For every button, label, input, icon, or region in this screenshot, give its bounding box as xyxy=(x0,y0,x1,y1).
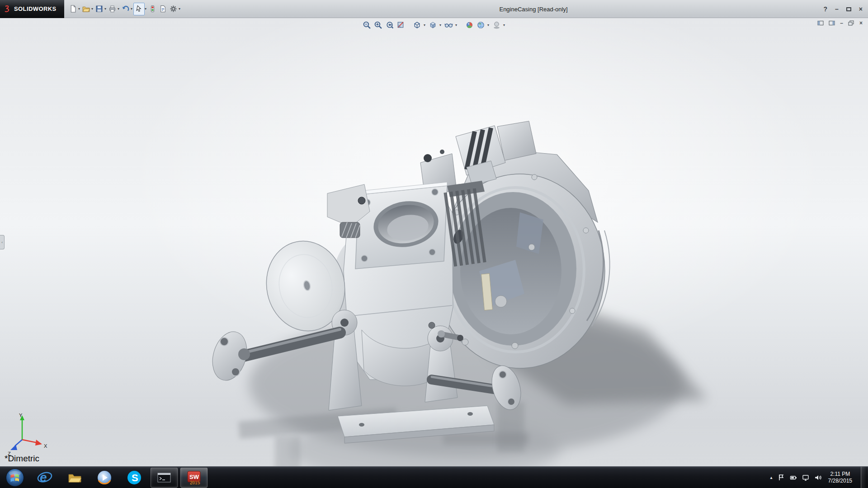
volume-icon[interactable] xyxy=(814,474,821,481)
taskbar-internet-explorer[interactable]: e xyxy=(31,468,58,488)
open-button[interactable] xyxy=(81,3,91,15)
new-document-button[interactable] xyxy=(68,3,78,15)
heads-up-toolbar: ▾ ▾ ▾ xyxy=(0,18,868,32)
print-dropdown-arrow[interactable]: ▾ xyxy=(118,7,119,11)
view-orientation-cube-icon xyxy=(413,21,421,29)
undo-dropdown-arrow[interactable]: ▾ xyxy=(131,7,132,11)
taskbar-windows-explorer[interactable] xyxy=(61,468,88,488)
apply-scene-globe-icon xyxy=(476,21,485,29)
network-icon[interactable] xyxy=(802,474,809,481)
action-center-flag-icon[interactable] xyxy=(778,474,785,481)
view-orientation-dropdown-arrow[interactable]: ▾ xyxy=(424,23,425,27)
doc-minimize-button[interactable]: – xyxy=(840,20,843,26)
options-gear-icon xyxy=(170,5,177,13)
display-style-cube-icon xyxy=(429,21,437,29)
solidworks-brand: SOLIDWORKS xyxy=(0,0,64,18)
doc-close-button[interactable]: × xyxy=(859,20,863,26)
section-view-button[interactable] xyxy=(396,20,406,30)
window-controls: ? – × xyxy=(823,0,863,18)
reference-triad: Y X Z xyxy=(7,412,57,457)
taskbar-command-window[interactable] xyxy=(151,468,178,488)
print-button[interactable] xyxy=(107,3,118,15)
open-dropdown-arrow[interactable]: ▾ xyxy=(91,7,93,11)
skype-icon: S xyxy=(126,469,142,486)
internet-explorer-icon: e xyxy=(37,469,53,486)
engine-casing-model xyxy=(0,18,868,466)
cylinder-plate xyxy=(355,182,447,269)
hide-show-items-button[interactable] xyxy=(444,20,453,30)
select-dropdown-arrow[interactable]: ▾ xyxy=(145,7,146,11)
display-style-button[interactable] xyxy=(428,20,438,30)
display-style-dropdown-arrow[interactable]: ▾ xyxy=(439,23,441,27)
triad-x-label: X xyxy=(44,443,47,449)
section-view-icon xyxy=(396,21,405,29)
document-window-controls: – × xyxy=(817,20,863,26)
hide-show-dropdown-arrow[interactable]: ▾ xyxy=(455,23,457,27)
taskbar-media-player[interactable] xyxy=(91,468,118,488)
view-settings-shadow-icon xyxy=(492,21,501,29)
save-dropdown-arrow[interactable]: ▾ xyxy=(104,7,106,11)
zoom-to-fit-icon xyxy=(363,21,371,29)
open-folder-icon xyxy=(82,5,90,13)
file-properties-icon xyxy=(159,5,167,13)
feature-manager-collapsed-tab[interactable]: ‹ xyxy=(0,235,5,249)
taskbar-solidworks-2015[interactable]: SW 2015 xyxy=(180,468,208,488)
undo-button[interactable] xyxy=(120,3,131,15)
previous-view-icon xyxy=(385,21,394,29)
save-button[interactable] xyxy=(94,3,104,15)
media-player-icon xyxy=(96,469,113,486)
view-settings-dropdown-arrow[interactable]: ▾ xyxy=(503,23,505,27)
rebuild-button[interactable] xyxy=(147,3,158,15)
previous-view-button[interactable] xyxy=(385,20,394,30)
zoom-to-fit-button[interactable] xyxy=(362,20,372,30)
rebuild-icon xyxy=(149,5,156,13)
options-button[interactable] xyxy=(168,3,179,15)
hide-show-glasses-icon xyxy=(444,21,453,29)
options-dropdown-arrow[interactable]: ▾ xyxy=(179,7,180,11)
edit-appearance-ball-icon xyxy=(465,21,474,29)
power-icon[interactable] xyxy=(790,474,797,481)
clock-date: 7/28/2015 xyxy=(828,478,852,484)
zoom-to-area-icon xyxy=(374,21,382,29)
apply-scene-dropdown-arrow[interactable]: ▾ xyxy=(487,23,489,27)
view-orientation-button[interactable] xyxy=(412,20,422,30)
view-orientation-label: *Dimetric xyxy=(5,454,39,464)
save-icon xyxy=(95,5,103,13)
apply-scene-button[interactable] xyxy=(476,20,486,30)
svg-text:S: S xyxy=(132,472,138,483)
edit-appearance-button[interactable] xyxy=(465,20,474,30)
system-tray: ▴ 2:11 PM xyxy=(770,467,868,488)
windows-orb-icon xyxy=(5,468,25,488)
svg-text:2015: 2015 xyxy=(190,480,200,485)
zoom-to-area-button[interactable] xyxy=(373,20,383,30)
solidworks-logo-icon xyxy=(4,5,12,13)
select-cursor-icon xyxy=(135,5,143,13)
clock-time: 2:11 PM xyxy=(828,471,852,478)
graphics-viewport[interactable]: Y X Z *Dimetric ‹ xyxy=(0,18,868,466)
close-button[interactable]: × xyxy=(859,5,863,13)
show-desktop-button[interactable] xyxy=(861,467,867,488)
doc-restore-button[interactable] xyxy=(848,20,854,26)
view-settings-button[interactable] xyxy=(492,20,501,30)
taskbar: e S xyxy=(0,466,868,488)
command-window-icon xyxy=(157,472,171,483)
brand-text: SOLIDWORKS xyxy=(14,5,57,12)
print-icon xyxy=(108,5,116,13)
pane-right-icon[interactable] xyxy=(829,20,835,26)
folder-icon xyxy=(66,469,83,486)
new-dropdown-arrow[interactable]: ▾ xyxy=(78,7,80,11)
minimize-button[interactable]: – xyxy=(835,5,839,13)
window-title: EngineCasing [Read-only] xyxy=(475,0,592,18)
new-document-icon xyxy=(69,5,77,13)
help-button[interactable]: ? xyxy=(823,5,827,13)
select-button[interactable] xyxy=(133,3,145,15)
maximize-button[interactable] xyxy=(846,7,851,11)
taskbar-skype[interactable]: S xyxy=(121,468,148,488)
file-properties-button[interactable] xyxy=(158,3,168,15)
pane-left-icon[interactable] xyxy=(817,20,824,26)
title-bar: SOLIDWORKS ▾ ▾ ▾ ▾ xyxy=(0,0,868,18)
start-button[interactable] xyxy=(0,467,30,488)
show-hidden-icons-button[interactable]: ▴ xyxy=(770,475,773,480)
taskbar-clock[interactable]: 2:11 PM 7/28/2015 xyxy=(826,471,856,484)
triad-y-label: Y xyxy=(19,413,23,418)
